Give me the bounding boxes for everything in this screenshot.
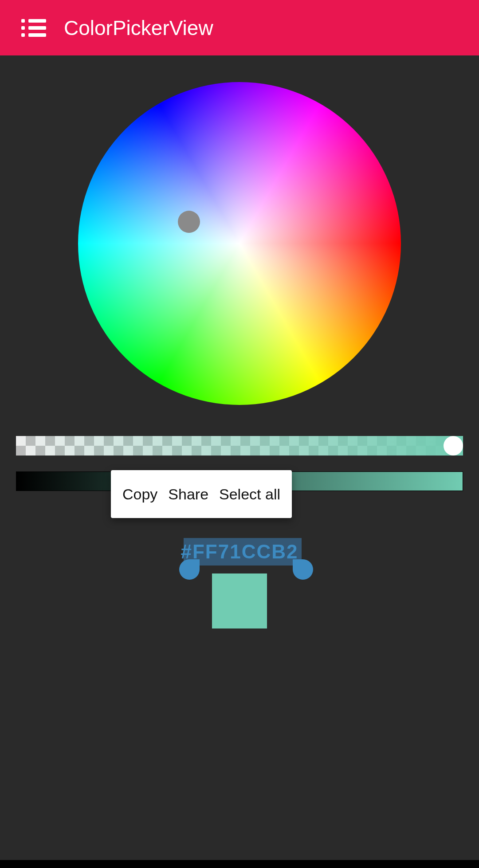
text-context-menu: Copy Share Select all bbox=[111, 470, 292, 518]
hex-value[interactable]: #FF71CCB2 bbox=[177, 540, 302, 564]
menu-select-all[interactable]: Select all bbox=[216, 482, 283, 507]
color-output-area: #FF71CCB2 bbox=[177, 540, 302, 628]
color-swatch bbox=[212, 573, 267, 628]
color-wheel[interactable] bbox=[78, 82, 401, 405]
menu-share[interactable]: Share bbox=[165, 482, 211, 507]
alpha-slider[interactable] bbox=[16, 436, 463, 456]
app-title: ColorPickerView bbox=[64, 16, 213, 40]
color-wheel-surface[interactable] bbox=[78, 82, 401, 405]
menu-icon[interactable] bbox=[21, 19, 46, 37]
hex-value-wrap[interactable]: #FF71CCB2 bbox=[177, 540, 302, 564]
nav-bar-strip bbox=[0, 860, 479, 868]
color-wheel-handle[interactable] bbox=[178, 211, 200, 233]
alpha-slider-thumb[interactable] bbox=[444, 436, 463, 456]
main-content: Copy Share Select all #FF71CCB2 bbox=[0, 55, 479, 868]
menu-copy[interactable]: Copy bbox=[120, 482, 160, 507]
app-header: ColorPickerView bbox=[0, 0, 479, 55]
alpha-slider-track[interactable] bbox=[16, 436, 463, 456]
